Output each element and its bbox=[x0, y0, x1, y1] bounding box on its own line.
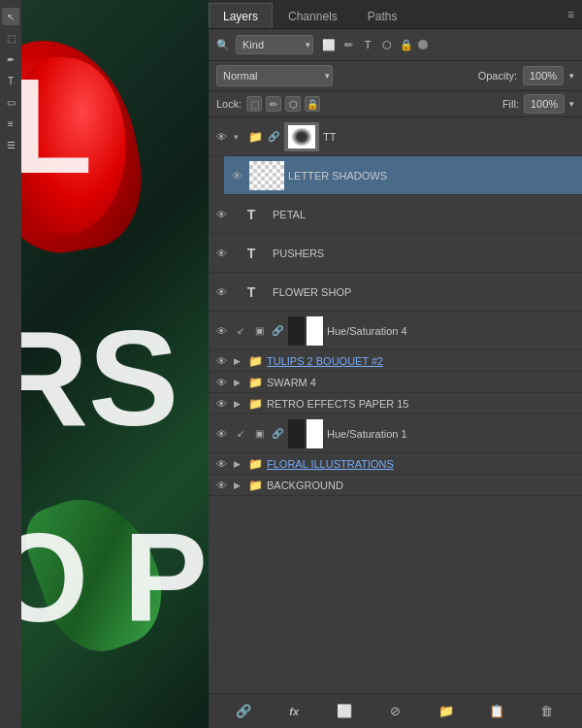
opacity-input[interactable] bbox=[523, 66, 564, 85]
panel-menu-icon[interactable]: ≡ bbox=[567, 8, 574, 21]
group-expand-arrow[interactable]: ▶ bbox=[234, 356, 243, 366]
group-expand-arrow[interactable]: ▾ bbox=[234, 132, 243, 142]
visibility-toggle[interactable]: 👁 bbox=[212, 245, 230, 262]
toggle-filter-icon[interactable] bbox=[418, 40, 428, 50]
visibility-toggle[interactable]: 👁 bbox=[212, 477, 230, 494]
layer-thumbnail: T bbox=[234, 278, 269, 307]
kind-select-wrapper: Kind Name Effect Mode Attribute Color bbox=[236, 35, 313, 54]
visibility-toggle[interactable]: 👁 bbox=[212, 128, 230, 146]
adjustment-filter-icon[interactable]: ✏ bbox=[340, 37, 356, 52]
link-icon: ↙ bbox=[234, 322, 247, 340]
layer-name: FLOWER SHOP bbox=[273, 286, 574, 298]
thumb-splash bbox=[291, 127, 312, 147]
group-expand-arrow[interactable]: ▶ bbox=[234, 480, 243, 490]
group-expand-arrow[interactable]: ▶ bbox=[234, 378, 243, 387]
lock-position-btn[interactable]: ✏ bbox=[266, 96, 281, 112]
new-layer-button[interactable]: 📋 bbox=[487, 702, 506, 721]
group-row[interactable]: 👁 ▶ 📁 BACKGROUND bbox=[209, 475, 582, 496]
tab-channels[interactable]: Channels bbox=[274, 3, 352, 28]
layer-row[interactable]: 👁 T PUSHERS bbox=[209, 234, 582, 273]
smart-filter-icon[interactable]: 🔒 bbox=[399, 37, 414, 52]
visibility-toggle[interactable]: 👁 bbox=[212, 206, 230, 223]
search-icon: 🔍 bbox=[216, 39, 230, 51]
lock-all-btn[interactable]: 🔒 bbox=[305, 96, 320, 112]
panel-tabs: Layers Channels Paths ≡ bbox=[209, 0, 582, 29]
lock-artboard-btn[interactable]: ⬡ bbox=[285, 96, 301, 112]
adjustments-button[interactable]: ⊘ bbox=[385, 702, 404, 721]
layer-name: SWARM 4 bbox=[267, 377, 578, 388]
visibility-toggle[interactable]: 👁 bbox=[212, 322, 230, 340]
group-row[interactable]: 👁 ▶ 📁 TULIPS 2 BOUQUET #2 bbox=[209, 350, 582, 372]
fill-label: Fill: bbox=[502, 98, 519, 110]
opacity-label: Opacity: bbox=[478, 70, 517, 82]
group-expand-arrow[interactable]: ▶ bbox=[234, 459, 243, 469]
letter-rs: RS bbox=[0, 311, 178, 447]
lock-row: Lock: ⬚ ✏ ⬡ 🔒 Fill: ▾ bbox=[209, 91, 582, 117]
group-expand-arrow[interactable]: ▶ bbox=[234, 399, 243, 409]
align-tool[interactable]: ≡ bbox=[2, 115, 19, 132]
fill-input[interactable] bbox=[524, 94, 565, 114]
layers-list: 👁 ▾ 📁 🔗 TT 👁 LETTER SHADOWS 👁 T PETAL bbox=[209, 117, 582, 693]
visibility-toggle[interactable]: 👁 bbox=[212, 425, 230, 443]
pixel-filter-icon[interactable]: ⬜ bbox=[321, 37, 337, 52]
delete-layer-button[interactable]: 🗑 bbox=[537, 702, 557, 721]
visibility-toggle[interactable]: 👁 bbox=[212, 455, 230, 473]
link-icon: 🔗 bbox=[267, 128, 280, 146]
kind-dropdown[interactable]: Kind Name Effect Mode Attribute Color bbox=[236, 35, 313, 54]
list-tool[interactable]: ☰ bbox=[2, 136, 19, 153]
filter-icons: ⬜ ✏ T ⬡ 🔒 bbox=[321, 37, 428, 52]
tab-layers[interactable]: Layers bbox=[209, 3, 273, 28]
lock-pixels-btn[interactable]: ⬚ bbox=[246, 96, 262, 112]
layer-name: TT bbox=[323, 131, 574, 143]
folder-icon: 📁 bbox=[247, 478, 263, 493]
layer-thumbnail: T bbox=[234, 200, 269, 229]
layer-row[interactable]: 👁 ▾ 📁 🔗 TT bbox=[209, 117, 582, 156]
blend-mode-dropdown[interactable]: Normal Dissolve Multiply Screen Overlay bbox=[216, 65, 333, 86]
shape-filter-icon[interactable]: ⬡ bbox=[379, 37, 395, 52]
add-mask-button[interactable]: ⬜ bbox=[335, 702, 354, 721]
layer-name: TULIPS 2 BOUQUET #2 bbox=[267, 355, 578, 367]
folder-icon: 📁 bbox=[247, 129, 263, 145]
fx-button[interactable]: fx bbox=[284, 702, 304, 721]
layer-name: PUSHERS bbox=[273, 248, 574, 259]
tab-paths[interactable]: Paths bbox=[353, 3, 412, 28]
layer-name: Hue/Saturation 4 bbox=[327, 325, 574, 337]
shape-tool[interactable]: ▭ bbox=[2, 93, 19, 111]
thumb-light bbox=[307, 316, 323, 346]
layer-thumbnail bbox=[249, 161, 284, 190]
tools-toolbar: ↖ ⬚ ✒ T ▭ ≡ ☰ bbox=[0, 0, 21, 728]
type-filter-icon[interactable]: T bbox=[360, 37, 375, 52]
layer-row[interactable]: 👁 LETTER SHADOWS bbox=[224, 156, 582, 195]
layer-row[interactable]: 👁 T PETAL bbox=[209, 195, 582, 234]
folder-icon: 📁 bbox=[247, 353, 263, 369]
folder-icon: 📁 bbox=[247, 396, 263, 412]
layer-name: PETAL bbox=[273, 209, 574, 220]
chain-icon: 🔗 bbox=[271, 322, 284, 340]
visibility-toggle[interactable]: 👁 bbox=[212, 395, 230, 413]
letter-l: L bbox=[10, 58, 93, 194]
visibility-toggle[interactable]: 👁 bbox=[212, 283, 230, 301]
fill-arrow[interactable]: ▾ bbox=[569, 99, 574, 109]
opacity-arrow[interactable]: ▾ bbox=[569, 71, 574, 81]
group-row[interactable]: 👁 ▶ 📁 RETRO EFFECTS PAPER 15 bbox=[209, 393, 582, 414]
group-row[interactable]: 👁 ▶ 📁 SWARM 4 bbox=[209, 372, 582, 393]
layer-name: BACKGROUND bbox=[267, 480, 578, 491]
visibility-toggle[interactable]: 👁 bbox=[212, 374, 230, 391]
layer-row[interactable]: 👁 T FLOWER SHOP bbox=[209, 273, 582, 312]
visibility-toggle[interactable]: 👁 bbox=[228, 167, 245, 184]
chain-icon: 🔗 bbox=[271, 425, 284, 443]
pen-tool[interactable]: ✒ bbox=[2, 50, 19, 68]
visibility-toggle[interactable]: 👁 bbox=[212, 352, 230, 370]
blend-select-wrapper: Normal Dissolve Multiply Screen Overlay bbox=[216, 65, 333, 86]
lock-label: Lock: bbox=[216, 98, 242, 110]
link-layers-button[interactable]: 🔗 bbox=[234, 702, 253, 721]
folder-icon: 📁 bbox=[247, 456, 263, 472]
new-group-button[interactable]: 📁 bbox=[436, 702, 456, 721]
type-tool[interactable]: T bbox=[2, 72, 19, 89]
move-tool[interactable]: ↖ bbox=[2, 8, 19, 25]
layer-row[interactable]: 👁 ↙ ▣ 🔗 Hue/Saturation 4 bbox=[209, 312, 582, 350]
selection-tool[interactable]: ⬚ bbox=[2, 29, 19, 47]
group-row[interactable]: 👁 ▶ 📁 FLORAL ILLUSTRATIONS bbox=[209, 453, 582, 475]
layer-row[interactable]: 👁 ↙ ▣ 🔗 Hue/Saturation 1 bbox=[209, 414, 582, 453]
canvas-area: L RS O P ↖ ⬚ ✒ T ▭ ≡ ☰ bbox=[0, 0, 209, 728]
